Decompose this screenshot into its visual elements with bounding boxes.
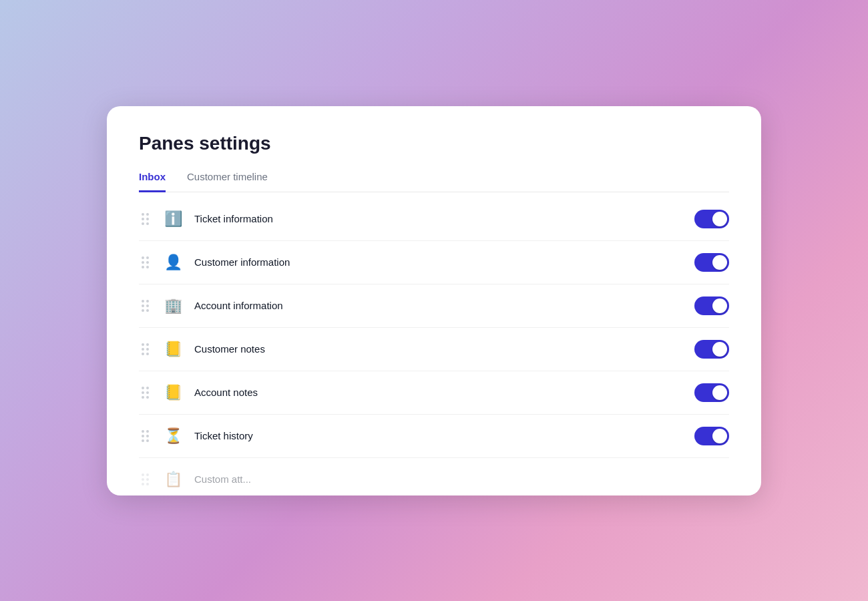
- page-title: Panes settings: [139, 133, 729, 154]
- account-info-icon: 🏢: [162, 295, 184, 317]
- drag-handle[interactable]: [139, 297, 152, 315]
- drag-handle[interactable]: [139, 384, 152, 401]
- list-item-partial: 📋 Custom att...: [139, 458, 729, 495]
- tab-customer-timeline[interactable]: Customer timeline: [187, 171, 268, 192]
- drag-handle[interactable]: [139, 341, 152, 358]
- pane-label: Customer information: [194, 256, 684, 268]
- pane-label: Account information: [194, 300, 684, 311]
- pane-label: Account notes: [194, 387, 684, 398]
- account-info-toggle[interactable]: [694, 296, 729, 315]
- pane-label: Custom att...: [194, 473, 729, 485]
- drag-handle[interactable]: [139, 427, 152, 445]
- settings-card: Panes settings Inbox Customer timeline ℹ…: [107, 106, 761, 495]
- list-item: ℹ️ Ticket information: [139, 198, 729, 241]
- customer-info-icon: 👤: [162, 252, 184, 273]
- pane-list: ℹ️ Ticket information 👤 Customer informa…: [139, 198, 729, 495]
- account-notes-icon: 📒: [162, 382, 184, 403]
- ticket-info-icon: ℹ️: [162, 208, 184, 230]
- account-notes-toggle[interactable]: [694, 383, 729, 402]
- list-item: 👤 Customer information: [139, 241, 729, 284]
- pane-label: Customer notes: [194, 343, 684, 355]
- list-item: 🏢 Account information: [139, 284, 729, 328]
- tab-inbox[interactable]: Inbox: [139, 171, 166, 192]
- ticket-history-icon: ⏳: [162, 425, 184, 447]
- list-item: 📒 Account notes: [139, 371, 729, 415]
- ticket-info-toggle[interactable]: [694, 210, 729, 228]
- pane-label: Ticket history: [194, 430, 684, 441]
- pane-label: Ticket information: [194, 213, 684, 224]
- customer-info-toggle[interactable]: [694, 253, 729, 272]
- list-item: ⏳ Ticket history: [139, 415, 729, 458]
- drag-handle[interactable]: [139, 210, 152, 228]
- ticket-history-toggle[interactable]: [694, 427, 729, 445]
- partial-icon: 📋: [162, 469, 184, 490]
- tabs-bar: Inbox Customer timeline: [139, 170, 729, 192]
- drag-handle[interactable]: [139, 471, 152, 488]
- customer-notes-toggle[interactable]: [694, 340, 729, 359]
- list-item: 📒 Customer notes: [139, 328, 729, 371]
- customer-notes-icon: 📒: [162, 339, 184, 360]
- drag-handle[interactable]: [139, 254, 152, 271]
